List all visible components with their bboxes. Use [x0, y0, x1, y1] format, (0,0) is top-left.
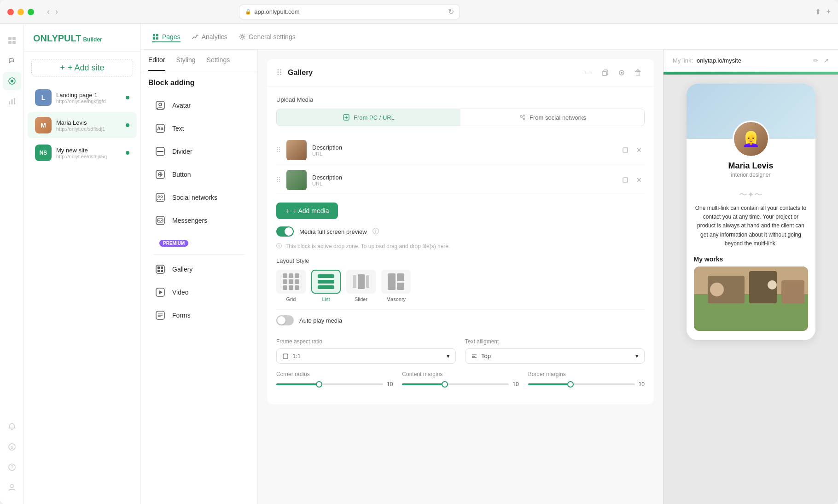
gallery-title: Gallery [288, 69, 576, 77]
layout-option-grid[interactable]: Grid [276, 270, 306, 302]
sidebar-icon-pages[interactable] [3, 72, 21, 90]
forward-arrow[interactable]: › [53, 5, 60, 18]
delete-block-button[interactable]: 🗑 [632, 66, 645, 79]
add-media-button[interactable]: + + Add media [276, 203, 338, 219]
layout-option-slider[interactable]: Slider [346, 270, 376, 302]
media-crop-1[interactable] [620, 145, 631, 156]
text-alignment-select[interactable]: Top ▾ [465, 348, 645, 364]
page-item-maria[interactable]: M Maria Levis http://onlyt.ee/sdflsdj1 [28, 112, 137, 138]
sidebar-icon-grid[interactable] [3, 31, 21, 50]
toggle-visibility-button[interactable] [615, 66, 628, 79]
gallery-panel: ⠿ Gallery — [267, 59, 654, 404]
border-margins-value: 10 [639, 381, 645, 388]
block-item-gallery[interactable]: Gallery [148, 258, 250, 280]
block-label-divider: Divider [172, 148, 192, 155]
border-margins-field: Border margins 10 [528, 371, 645, 388]
tab-editor[interactable]: Editor [148, 50, 165, 71]
sidebar-icon-profile[interactable] [3, 478, 21, 497]
nav-analytics[interactable]: Analytics [192, 31, 227, 42]
autoplay-toggle[interactable] [276, 315, 294, 325]
block-item-messengers[interactable]: Messengers [148, 209, 250, 232]
add-site-label: + Add site [68, 63, 105, 73]
svg-point-20 [159, 103, 162, 106]
edit-link-button[interactable]: ✏ [813, 57, 818, 64]
sidebar-icon-help[interactable]: ? [3, 458, 21, 476]
frame-aspect-value: 1:1 [292, 353, 301, 359]
corner-radius-thumb[interactable] [316, 381, 322, 388]
text-alignment-label: Text alligment [465, 338, 645, 345]
drag-handle-2[interactable]: ⠿ [276, 176, 281, 184]
layout-name-slider: Slider [355, 296, 367, 302]
block-item-video[interactable]: Video [148, 281, 250, 303]
drag-handle-icon: ⠿ [276, 68, 282, 78]
new-tab-icon[interactable]: + [826, 7, 831, 16]
svg-rect-64 [781, 280, 804, 303]
media-info-2: Description URL [312, 174, 614, 186]
drag-handle-1[interactable]: ⠿ [276, 146, 281, 154]
svg-point-66 [768, 280, 777, 290]
open-link-button[interactable]: ↗ [824, 57, 829, 64]
sidebar-icon-notification[interactable] [3, 417, 21, 436]
brand: ONLYPULTBuilder [24, 24, 140, 52]
content-margins-track[interactable] [402, 383, 509, 385]
block-item-social[interactable]: Social networks [148, 186, 250, 209]
block-item-avatar[interactable]: Avatar [148, 94, 250, 116]
minimize-panel-button[interactable]: — [582, 66, 595, 79]
drop-zone-info: ⓘ This block is active drop zone. To upl… [276, 242, 645, 250]
nav-general-settings[interactable]: General settings [239, 31, 296, 42]
frame-aspect-select[interactable]: 1:1 ▾ [276, 348, 456, 364]
svg-text:Aa: Aa [157, 126, 164, 131]
svg-rect-0 [8, 37, 12, 40]
corner-radius-track[interactable] [276, 383, 383, 385]
border-margins-track[interactable] [528, 383, 635, 385]
text-alignment-field: Text alligment To [465, 338, 645, 364]
block-item-forms[interactable]: Forms [148, 304, 250, 326]
sidebar-icon-nav[interactable] [3, 52, 21, 70]
brand-name: ONLYPULTBuilder [33, 33, 102, 43]
tab-from-social[interactable]: From social networks [460, 109, 644, 126]
url-text: app.onlypult.com [254, 8, 299, 15]
content-margins-thumb[interactable] [442, 381, 448, 388]
nav-pages[interactable]: Pages [152, 31, 180, 42]
phone-divider: 〜✦〜 [687, 189, 815, 200]
layout-option-masonry[interactable]: Masonry [381, 270, 411, 302]
reload-button[interactable]: ↻ [448, 7, 454, 16]
preview-info-icon[interactable]: ⓘ [372, 227, 379, 236]
block-item-divider[interactable]: Divider [148, 140, 250, 162]
minimize-button[interactable] [17, 9, 24, 15]
block-item-button[interactable]: Button [148, 163, 250, 185]
back-arrow[interactable]: ‹ [45, 5, 52, 18]
close-button[interactable] [7, 9, 14, 15]
svg-rect-33 [157, 219, 163, 222]
messengers-icon [154, 214, 167, 227]
tab-styling[interactable]: Styling [176, 50, 196, 71]
sidebar-icon-stats[interactable] [3, 92, 21, 110]
svg-rect-2 [8, 41, 12, 44]
maximize-button[interactable] [28, 9, 34, 15]
drop-zone-text: This block is active drop zone. To uploa… [285, 243, 450, 249]
block-label-video: Video [172, 289, 189, 296]
media-delete-1[interactable]: ✕ [634, 145, 645, 156]
svg-rect-38 [161, 270, 163, 272]
tab-from-pc[interactable]: From PC / URL [277, 109, 460, 126]
sidebar-icon-billing[interactable]: $ [3, 438, 21, 456]
address-bar[interactable]: 🔒 app.onlypult.com ↻ [239, 5, 460, 19]
page-item-landing[interactable]: L Landing page 1 http://onlyt.ee/hgkfjgf… [28, 85, 137, 110]
layout-option-list[interactable]: List [311, 270, 341, 302]
tab-settings[interactable]: Settings [207, 50, 230, 71]
border-margins-thumb[interactable] [567, 381, 574, 388]
media-crop-2[interactable] [620, 174, 631, 185]
titlebar: ‹ › 🔒 app.onlypult.com ↻ ⬆ + [0, 0, 838, 24]
media-delete-2[interactable]: ✕ [634, 174, 645, 185]
page-item-newsite[interactable]: NS My new site http://onlyt.ee/dsfhjk5q [28, 140, 137, 166]
border-margins-fill [528, 383, 571, 385]
duplicate-button[interactable] [599, 66, 611, 79]
share-icon[interactable]: ⬆ [815, 7, 821, 16]
preview-toggle[interactable] [276, 226, 294, 237]
media-actions-1: ✕ [620, 145, 645, 156]
block-item-text[interactable]: Aa Text [148, 117, 250, 139]
block-label-button: Button [172, 171, 191, 178]
page-url-maria: http://onlyt.ee/sdflsdj1 [56, 126, 121, 132]
settings-row-1: Frame aspect ratio 1:1 ▾ [276, 338, 645, 364]
add-site-button[interactable]: + + Add site [31, 59, 133, 76]
